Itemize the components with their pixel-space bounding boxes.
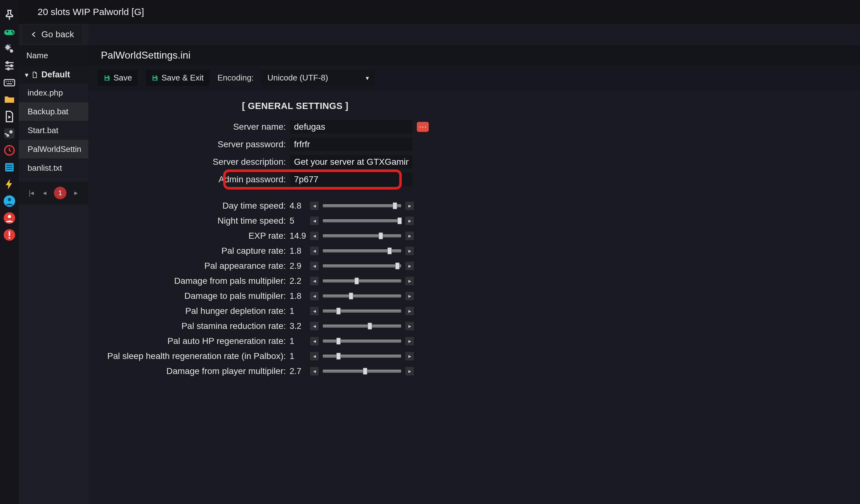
slider-increment-button[interactable]: ▸ xyxy=(405,337,414,346)
slider-decrement-button[interactable]: ◂ xyxy=(310,321,319,331)
slider-track[interactable] xyxy=(323,340,401,343)
svg-point-1 xyxy=(11,31,13,32)
slider-increment-button[interactable]: ▸ xyxy=(405,306,414,316)
slider-row: Pal hunger depletion rate:1◂▸ xyxy=(88,304,860,318)
save-button[interactable]: Save xyxy=(98,70,138,86)
slider-increment-button[interactable]: ▸ xyxy=(405,261,414,271)
encoding-select[interactable]: Unicode (UTF-8) ▾ xyxy=(262,70,374,86)
user-alert-icon[interactable] xyxy=(3,212,16,224)
setting-row: Server description: xyxy=(88,153,860,171)
slider-increment-button[interactable]: ▸ xyxy=(405,291,414,301)
slider-decrement-button[interactable]: ◂ xyxy=(310,201,319,210)
slider-thumb[interactable] xyxy=(336,353,341,360)
gears-icon[interactable] xyxy=(3,43,16,55)
setting-row: Server password: xyxy=(88,136,860,153)
go-back-button[interactable]: Go back xyxy=(23,25,82,44)
file-tree-folder-default[interactable]: ▾ Default xyxy=(19,66,88,83)
file-tree-items: index.phpBackup.batStart.batPalWorldSett… xyxy=(19,83,88,177)
slider-decrement-button[interactable]: ◂ xyxy=(310,231,319,240)
slider-value: 4.8 xyxy=(290,201,306,211)
pager-prev-button[interactable]: ◂ xyxy=(41,189,48,197)
keyboard-icon[interactable] xyxy=(3,76,16,89)
file-tree-item[interactable]: PalWorldSettin xyxy=(19,140,88,159)
pin-icon[interactable] xyxy=(3,9,16,21)
slider-track[interactable] xyxy=(323,325,401,328)
error-icon[interactable] xyxy=(3,229,16,241)
editor-body: [ GENERAL SETTINGS ] Server name:⋯Server… xyxy=(88,90,860,504)
slider-thumb[interactable] xyxy=(378,233,383,239)
file-tree-item[interactable]: banlist.txt xyxy=(19,159,88,177)
slider-decrement-button[interactable]: ◂ xyxy=(310,291,319,301)
slider-row: Damage from player multipiler:2.7◂▸ xyxy=(88,364,860,378)
slider-track[interactable] xyxy=(323,294,401,298)
slider-thumb[interactable] xyxy=(349,293,353,299)
slider-increment-button[interactable]: ▸ xyxy=(405,246,414,256)
clock-icon[interactable] xyxy=(3,144,16,157)
slider-label: Night time speed: xyxy=(98,216,286,226)
drive-icon[interactable] xyxy=(3,161,16,174)
slider-track[interactable] xyxy=(323,219,401,222)
slider-track[interactable] xyxy=(323,355,401,358)
pager-first-button[interactable]: |◂ xyxy=(28,189,35,197)
save-exit-button[interactable]: Save & Exit xyxy=(146,70,209,86)
file-play-icon[interactable] xyxy=(3,110,16,123)
bolt-icon[interactable] xyxy=(3,178,16,190)
slider-track[interactable] xyxy=(323,249,401,252)
slider-thumb[interactable] xyxy=(336,308,341,314)
slider-row: Day time speed:4.8◂▸ xyxy=(88,199,860,213)
pager-current-page: 1 xyxy=(54,187,67,199)
slider-decrement-button[interactable]: ◂ xyxy=(310,276,319,286)
slider-thumb[interactable] xyxy=(355,278,359,284)
slider-decrement-button[interactable]: ◂ xyxy=(310,367,319,376)
slider-track[interactable] xyxy=(323,279,401,283)
slider-track[interactable] xyxy=(323,204,401,207)
arrow-left-icon xyxy=(31,31,38,38)
more-button[interactable]: ⋯ xyxy=(417,122,429,132)
steam-icon[interactable] xyxy=(3,127,16,140)
slider-value: 1 xyxy=(290,306,306,316)
setting-input[interactable] xyxy=(290,173,413,187)
slider-track[interactable] xyxy=(323,310,401,313)
content-area: Go back Name ▾ Default index.phpBackup.b… xyxy=(19,24,860,504)
slider-thumb[interactable] xyxy=(368,323,372,329)
slider-track[interactable] xyxy=(323,234,401,237)
slider-increment-button[interactable]: ▸ xyxy=(405,231,414,240)
file-tree-item[interactable]: index.php xyxy=(19,83,88,102)
slider-thumb[interactable] xyxy=(387,248,392,254)
setting-label: Admin password: xyxy=(98,175,286,184)
slider-decrement-button[interactable]: ◂ xyxy=(310,352,319,361)
user-circle-icon[interactable] xyxy=(3,195,16,207)
slider-increment-button[interactable]: ▸ xyxy=(405,201,414,210)
setting-input[interactable] xyxy=(290,120,413,134)
slider-decrement-button[interactable]: ◂ xyxy=(310,246,319,256)
slider-thumb[interactable] xyxy=(363,368,367,375)
slider-decrement-button[interactable]: ◂ xyxy=(310,337,319,346)
svg-point-2 xyxy=(12,32,14,34)
setting-input[interactable] xyxy=(290,155,413,169)
slider-thumb[interactable] xyxy=(395,263,400,269)
slider-row: Damage from pals multipiler:2.2◂▸ xyxy=(88,274,860,288)
slider-track[interactable] xyxy=(323,264,401,267)
slider-label: Pal capture rate: xyxy=(98,246,286,256)
slider-increment-button[interactable]: ▸ xyxy=(405,367,414,376)
gamepad-icon[interactable] xyxy=(3,26,16,38)
slider-decrement-button[interactable]: ◂ xyxy=(310,261,319,271)
file-tree-item[interactable]: Start.bat xyxy=(19,121,88,140)
folder-icon[interactable] xyxy=(3,93,16,106)
setting-input[interactable] xyxy=(290,137,413,151)
sliders-icon[interactable] xyxy=(3,60,16,72)
slider-decrement-button[interactable]: ◂ xyxy=(310,306,319,316)
slider-increment-button[interactable]: ▸ xyxy=(405,321,414,331)
svg-rect-23 xyxy=(9,237,10,239)
file-tree-item[interactable]: Backup.bat xyxy=(19,102,88,121)
slider-value: 1 xyxy=(290,352,306,361)
pager-next-button[interactable]: ▸ xyxy=(72,189,80,197)
slider-thumb[interactable] xyxy=(397,217,402,224)
slider-increment-button[interactable]: ▸ xyxy=(405,352,414,361)
slider-track[interactable] xyxy=(323,370,401,373)
slider-increment-button[interactable]: ▸ xyxy=(405,216,414,225)
slider-increment-button[interactable]: ▸ xyxy=(405,276,414,286)
slider-thumb[interactable] xyxy=(393,202,397,209)
slider-thumb[interactable] xyxy=(336,338,341,344)
slider-decrement-button[interactable]: ◂ xyxy=(310,216,319,225)
